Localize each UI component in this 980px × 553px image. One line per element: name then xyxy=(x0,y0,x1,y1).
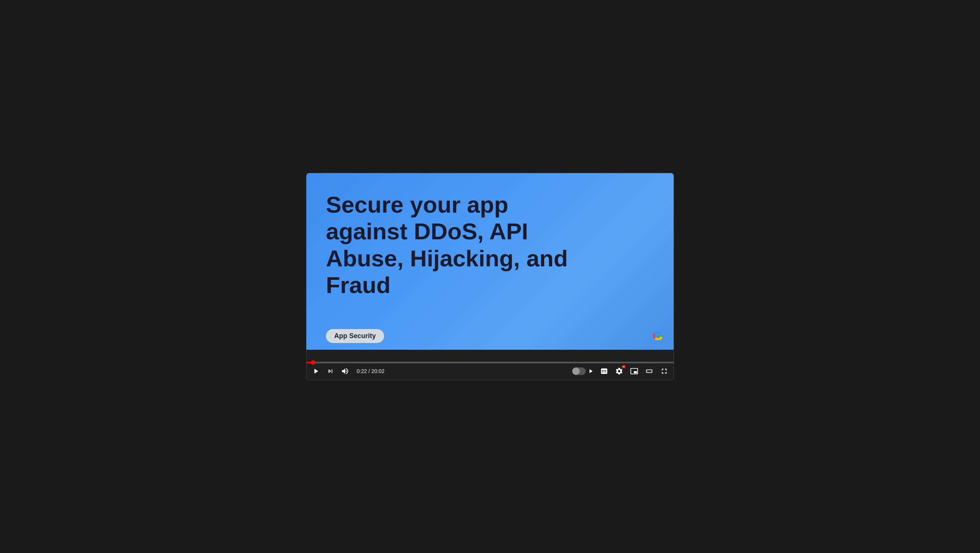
progress-filled xyxy=(306,362,313,363)
next-button[interactable] xyxy=(326,367,335,376)
miniplayer-button[interactable] xyxy=(629,366,639,376)
controls-bar: 0:22 / 20:02 xyxy=(306,350,674,380)
google-logo xyxy=(649,328,666,344)
volume-icon xyxy=(341,367,349,375)
fullscreen-button[interactable] xyxy=(659,366,669,376)
toggle-track xyxy=(572,367,586,375)
theater-icon xyxy=(645,367,653,375)
toggle-thumb xyxy=(572,367,580,375)
mute-button[interactable] xyxy=(340,366,350,376)
settings-icon xyxy=(615,367,623,375)
play-button[interactable] xyxy=(311,366,321,376)
progress-bar[interactable] xyxy=(306,362,674,363)
hd-badge: HD xyxy=(622,365,625,368)
settings-button[interactable]: HD xyxy=(614,366,624,376)
controls-left: 0:22 / 20:02 xyxy=(311,366,385,376)
time-display: 0:22 / 20:02 xyxy=(357,368,385,374)
autoplay-toggle[interactable] xyxy=(572,367,594,375)
controls-right: HD xyxy=(572,366,669,376)
autoplay-play-icon xyxy=(587,368,594,375)
miniplayer-icon xyxy=(630,367,638,375)
captions-icon xyxy=(600,367,608,375)
captions-button[interactable] xyxy=(599,366,609,376)
chapter-badge: App Security xyxy=(326,329,384,343)
next-icon xyxy=(327,367,334,375)
video-player: Secure your app against DDoS, API Abuse,… xyxy=(306,173,674,380)
fullscreen-icon xyxy=(660,367,668,375)
progress-dot xyxy=(311,360,315,365)
controls-row: 0:22 / 20:02 xyxy=(306,366,674,376)
theater-button[interactable] xyxy=(644,366,654,376)
play-icon xyxy=(312,367,320,375)
video-content[interactable]: Secure your app against DDoS, API Abuse,… xyxy=(306,173,674,350)
video-title: Secure your app against DDoS, API Abuse,… xyxy=(326,191,572,298)
